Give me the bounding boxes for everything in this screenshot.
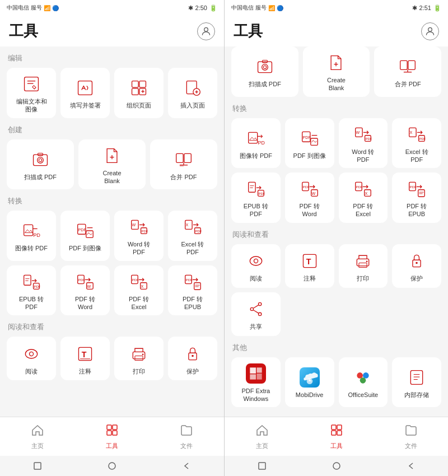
svg-text:PDF: PDF <box>195 229 202 233</box>
android-back-left[interactable] <box>179 459 194 473</box>
tools-icon-left <box>105 423 119 440</box>
share-grid-right: 共享 <box>231 292 441 336</box>
svg-text:PDF: PDF <box>141 229 148 233</box>
tool-organize-pages[interactable]: 组织页面 <box>114 68 164 118</box>
svg-rect-1 <box>25 77 39 91</box>
annotate-icon-left: T <box>74 343 96 365</box>
tool-create-blank-partial[interactable]: CreateBlank <box>303 46 370 97</box>
tool-epub-to-pdf[interactable]: PDF EPUB 转PDF <box>7 265 56 316</box>
android-square-left[interactable] <box>30 459 45 473</box>
svg-text:PDF: PDF <box>258 192 265 195</box>
merge-pdf-icon-partial <box>397 56 418 77</box>
annotate-label-right: 注释 <box>304 274 316 282</box>
tool-read-right[interactable]: 阅读 <box>231 244 281 288</box>
android-square-right[interactable] <box>255 459 269 473</box>
pdf-to-excel-icon: PDF X <box>128 271 150 292</box>
svg-rect-63 <box>107 425 111 430</box>
tool-print-right[interactable]: 打印 <box>339 244 388 288</box>
tool-pdf-to-epub-r[interactable]: PDF PDF 转EPUB <box>392 172 441 223</box>
merge-pdf-label: 合并 PDF <box>170 173 197 181</box>
word-to-pdf-label-r: Word 转PDF <box>352 148 374 164</box>
nav-tools-label-left: 工具 <box>106 442 118 450</box>
tool-edit-text-image[interactable]: 编辑文本和图像 <box>7 68 56 118</box>
svg-text:PDF: PDF <box>366 136 372 140</box>
nav-files-right[interactable]: 文件 <box>374 423 448 450</box>
section-title-convert-left: 转换 <box>8 196 217 206</box>
tool-pdf-to-image-r[interactable]: PDF PDF 到图像 <box>285 118 334 169</box>
tool-print-left[interactable]: 打印 <box>114 337 164 380</box>
tool-protect-left[interactable]: 保护 <box>168 337 217 380</box>
tools-icon-right <box>330 423 343 440</box>
svg-point-72 <box>263 66 266 68</box>
pdf-to-image-icon-r: PDF <box>299 128 320 149</box>
tool-annotate-right[interactable]: T 注释 <box>285 244 334 288</box>
pdf-to-image-icon: PDF <box>74 220 96 241</box>
android-nav-right <box>225 456 448 476</box>
print-icon-right <box>352 250 374 272</box>
tool-read-left[interactable]: 阅读 <box>7 337 56 380</box>
svg-rect-16 <box>34 155 48 166</box>
tool-insert-page[interactable]: 插入页面 <box>168 68 217 118</box>
tool-merge-pdf[interactable]: 合并 PDF <box>150 139 217 190</box>
tool-epub-to-pdf-r[interactable]: PDF EPUB 转PDF <box>231 172 281 223</box>
right-phone: 中国电信 服号 📶 🔵 ✱ 2:51 🔋 工具 <box>224 0 448 476</box>
nav-files-label-left: 文件 <box>180 442 193 450</box>
tool-image-to-pdf[interactable]: PDF 图像转 PDF <box>7 211 56 261</box>
word-to-pdf-icon-r: W PDF <box>352 124 374 145</box>
home-icon-left <box>31 423 44 440</box>
tool-annotate-left[interactable]: T 注释 <box>60 337 110 380</box>
android-circle-left[interactable] <box>105 459 119 473</box>
tool-pdf-to-image[interactable]: PDF PDF 到图像 <box>60 211 110 261</box>
officesuite-icon <box>352 367 374 388</box>
nav-tools-right[interactable]: 工具 <box>299 423 374 450</box>
organize-pages-label: 组织页面 <box>127 101 151 109</box>
nav-home-left[interactable]: 主页 <box>0 423 74 450</box>
tool-pdf-extra-win[interactable]: PDF ExtraWindows <box>231 357 281 408</box>
svg-point-126 <box>360 377 366 384</box>
avatar-left[interactable] <box>197 22 215 40</box>
tool-image-to-pdf-r[interactable]: PDF 图像转 PDF <box>231 118 281 169</box>
svg-rect-114 <box>359 263 367 268</box>
svg-text:PDF: PDF <box>78 228 87 232</box>
scan-pdf-partial-label: 扫描成 PDF <box>249 80 281 88</box>
avatar-right[interactable] <box>421 22 439 40</box>
tool-merge-pdf-partial[interactable]: 合并 PDF <box>374 46 441 97</box>
tool-scan-pdf[interactable]: 扫描成 PDF <box>7 139 74 190</box>
svg-text:PDF: PDF <box>302 136 311 140</box>
share-label-right: 共享 <box>250 323 262 330</box>
pdf-to-word-icon-r: PDF W <box>299 178 320 199</box>
epub-to-pdf-icon: PDF <box>21 271 42 292</box>
nav-tools-left[interactable]: 工具 <box>74 423 149 450</box>
tool-excel-to-pdf[interactable]: X PDF Excel 转PDF <box>168 211 217 261</box>
tool-excel-to-pdf-r[interactable]: X PDF Excel 转PDF <box>392 118 441 169</box>
svg-rect-131 <box>332 425 336 430</box>
tool-share-right[interactable]: 共享 <box>231 292 281 336</box>
nav-files-left[interactable]: 文件 <box>150 423 224 450</box>
tool-create-blank[interactable]: CreateBlank <box>78 139 146 190</box>
svg-text:PDF: PDF <box>356 185 363 189</box>
tool-scan-pdf-partial[interactable]: 扫描成 PDF <box>231 46 298 97</box>
tool-word-to-pdf-r[interactable]: W PDF Word 转PDF <box>339 118 388 169</box>
create-blank-label: CreateBlank <box>102 169 121 185</box>
svg-rect-59 <box>135 356 143 360</box>
tool-pdf-to-word[interactable]: PDF W PDF 转Word <box>60 265 110 316</box>
android-back-right[interactable] <box>404 459 418 473</box>
svg-point-17 <box>38 157 44 163</box>
tool-internal-storage[interactable]: 内部存储 <box>392 357 441 408</box>
tool-protect-right[interactable]: 保护 <box>392 244 441 288</box>
edit-text-image-icon <box>21 73 42 95</box>
tool-pdf-to-epub[interactable]: PDF PDF 转EPUB <box>168 265 217 316</box>
nav-home-right[interactable]: 主页 <box>225 423 299 450</box>
svg-text:X: X <box>186 223 189 227</box>
android-circle-right[interactable] <box>329 459 344 473</box>
tool-word-to-pdf[interactable]: W PDF Word 转PDF <box>114 211 164 261</box>
tool-officesuite[interactable]: OfficeSuite <box>339 357 388 408</box>
tool-pdf-to-excel-r[interactable]: PDF X PDF 转Excel <box>339 172 388 223</box>
tool-pdf-to-word-r[interactable]: PDF W PDF 转Word <box>285 172 334 223</box>
section-title-other-right: 其他 <box>232 343 441 353</box>
tool-mobidrive[interactable]: MobiDrive <box>285 357 334 408</box>
tool-pdf-to-excel[interactable]: PDF X PDF 转Excel <box>114 265 164 316</box>
page-title-left: 工具 <box>9 21 38 41</box>
svg-rect-70 <box>258 62 272 73</box>
tool-fill-sign[interactable]: 填写并签署 <box>60 68 110 118</box>
